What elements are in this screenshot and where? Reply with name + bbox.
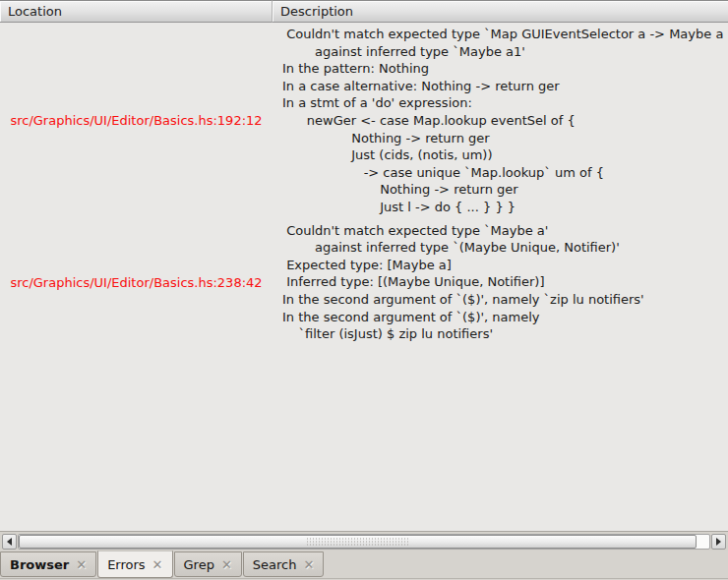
description-line: In the pattern: Nothing (282, 60, 728, 78)
tab-label: Search (253, 557, 297, 572)
description-line: against inferred type `Maybe a1' (282, 43, 728, 61)
column-header-description[interactable]: Description (273, 0, 728, 23)
scroll-right-button[interactable] (711, 534, 726, 550)
tab-browser[interactable]: Browser ✕ (0, 551, 96, 577)
column-header-location[interactable]: Location (0, 0, 273, 23)
close-icon[interactable]: ✕ (152, 558, 163, 571)
error-row[interactable]: src/Graphics/UI/Editor/Basics.hs:192:12 … (0, 23, 728, 219)
description-line: Just (cids, (notis, um)) (282, 146, 728, 164)
scrollbar-grip-icon (306, 537, 410, 546)
tab-label: Browser (10, 557, 69, 572)
error-location: src/Graphics/UI/Editor/Basics.hs:192:12 (0, 26, 273, 216)
scrollbar-trough[interactable] (18, 534, 710, 550)
description-line: In a stmt of a 'do' expression: (282, 94, 728, 112)
close-icon[interactable]: ✕ (303, 558, 314, 571)
description-line: In a case alternative: Nothing -> return… (282, 78, 728, 95)
description-line: Just l -> do { ... } } } (282, 199, 728, 216)
description-line: newGer <- case Map.lookup eventSel of { (282, 112, 728, 130)
error-location: src/Graphics/UI/Editor/Basics.hs:238:42 (0, 222, 273, 343)
scroll-right-icon (716, 538, 721, 546)
description-line: Expected type: [Maybe a] (282, 257, 728, 274)
description-line: In the second argument of `($)', namely … (282, 291, 728, 309)
description-line: Couldn't match expected type `Maybe a' (282, 222, 728, 240)
error-row[interactable]: src/Graphics/UI/Editor/Basics.hs:238:42 … (0, 219, 728, 346)
error-description: Couldn't match expected type `Maybe a' a… (273, 222, 728, 343)
error-list[interactable]: src/Graphics/UI/Editor/Basics.hs:192:12 … (0, 23, 728, 531)
tab-grep[interactable]: Grep ✕ (174, 551, 242, 577)
tab-errors[interactable]: Errors ✕ (97, 551, 172, 578)
column-header-label: Location (8, 4, 62, 19)
description-line: `filter (isJust) $ zip lu notifiers' (282, 325, 728, 343)
scroll-left-icon (7, 538, 12, 546)
tab-bar: Browser ✕ Errors ✕ Grep ✕ Search ✕ (0, 551, 728, 580)
errors-panel-window: Location Description src/Graphics/UI/Edi… (0, 0, 728, 580)
description-line: against inferred type `(Maybe Unique, No… (282, 239, 728, 257)
description-line: -> case unique `Map.lookup` um of { (282, 164, 728, 182)
close-icon[interactable]: ✕ (221, 558, 232, 571)
tab-search[interactable]: Search ✕ (243, 551, 325, 577)
tab-label: Errors (107, 557, 145, 572)
column-headers: Location Description (0, 0, 728, 23)
column-header-label: Description (280, 4, 353, 19)
scrollbar-thumb[interactable] (19, 535, 697, 549)
description-line: Nothing -> return ger (282, 181, 728, 199)
tab-label: Grep (184, 557, 214, 572)
close-icon[interactable]: ✕ (76, 558, 87, 571)
horizontal-scrollbar[interactable] (0, 531, 728, 551)
description-line: Inferred type: [(Maybe Unique, Notifier)… (282, 273, 728, 291)
description-line: In the second argument of `($)', namely (282, 309, 728, 326)
scroll-left-button[interactable] (2, 534, 17, 550)
description-line: Nothing -> return ger (282, 130, 728, 147)
description-line: Couldn't match expected type `Map GUIEve… (282, 26, 728, 43)
error-description: Couldn't match expected type `Map GUIEve… (273, 26, 728, 216)
